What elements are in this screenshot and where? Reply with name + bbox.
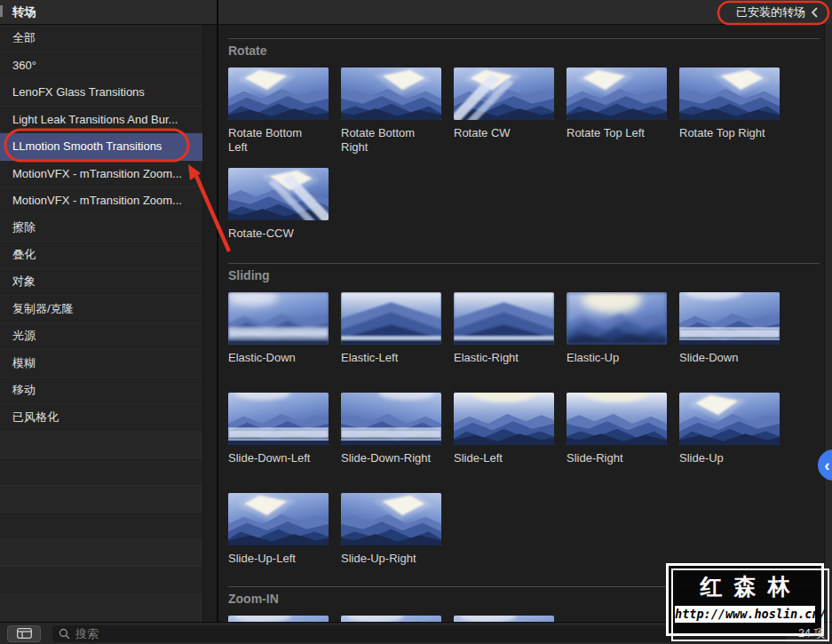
sidebar-item[interactable]: 复制器/克隆 [0, 296, 202, 323]
category-list: 全部360°LenoFX Glass TransitionsLight Leak… [0, 25, 202, 622]
section-title: Rotate [228, 44, 820, 58]
installed-transitions-popup[interactable]: 已安装的转场 [736, 4, 805, 20]
transition-thumbnail[interactable] [454, 292, 554, 345]
transition-item: Slide-Down-Left [228, 393, 329, 493]
transition-item: Slide-Up [679, 393, 780, 493]
transition-label: Rotate-CCW [228, 227, 329, 241]
sidebar-empty-row [0, 594, 202, 622]
sidebar-empty-row [0, 486, 202, 513]
watermark-title: 红森林 [669, 572, 821, 601]
transition-thumbnail[interactable] [679, 68, 780, 120]
sidebar-item[interactable]: 360° [0, 52, 202, 80]
transition-item: Slide-Down-Right [341, 393, 441, 493]
transition-item: Elastic-Down [228, 292, 329, 393]
sidebar-empty-row [0, 567, 202, 594]
transitions-browser: 转场 已安装的转场 全部360°LenoFX Glass Transitions… [0, 0, 832, 644]
transition-label: Slide-Down-Left [228, 451, 329, 465]
transition-thumbnail[interactable] [454, 616, 554, 622]
transition-label: Slide-Up-Right [341, 552, 441, 566]
sidebar-empty-row [0, 432, 202, 459]
transitions-grid-area: RotateRotate Bottom LeftRotate Bottom Ri… [218, 25, 832, 622]
transition-label: Rotate Bottom Left [228, 126, 329, 154]
sidebar-header: 转场 [0, 0, 218, 24]
transition-item: Slide-Up-Left [228, 493, 329, 593]
transition-grid: Elastic-DownElastic-LeftElastic-RightEla… [228, 292, 820, 593]
sidebar-item[interactable]: 已风格化 [0, 404, 202, 432]
sidebar-item[interactable]: 全部 [0, 25, 202, 52]
section-rotate: RotateRotate Bottom LeftRotate Bottom Ri… [228, 38, 820, 268]
toolbar-right: 已安装的转场 [218, 0, 832, 24]
transition-label: Elastic-Left [341, 351, 441, 365]
transition-item: Rotate Top Right [679, 68, 780, 168]
transition-thumbnail[interactable] [228, 616, 329, 622]
transition-label: Slide-Down [679, 351, 780, 365]
panel-title: 转场 [12, 4, 36, 20]
sidebar-item[interactable]: LLmotion Smooth Transitions [0, 133, 202, 161]
transition-thumbnail[interactable] [228, 68, 329, 120]
transition-thumbnail[interactable] [228, 168, 329, 220]
sidebar-toggle-button[interactable] [7, 625, 41, 642]
popup-chevron-icon[interactable] [811, 7, 818, 18]
transition-thumbnail[interactable] [454, 393, 554, 445]
transition-item: Elastic-Right [454, 292, 554, 393]
transition-label: Rotate Bottom Right [341, 126, 441, 154]
section-sliding: SlidingElastic-DownElastic-LeftElastic-R… [228, 263, 820, 593]
chevron-left-icon: ‹ [824, 456, 829, 475]
transition-label: Elastic-Down [228, 351, 329, 365]
sidebar-item[interactable]: LenoFX Glass Transitions [0, 79, 202, 107]
transition-thumbnail[interactable] [228, 292, 329, 345]
transition-thumbnail[interactable] [679, 393, 780, 445]
transition-grid: Rotate Bottom LeftRotate Bottom RightRot… [228, 68, 820, 268]
transition-thumbnail[interactable] [341, 616, 441, 622]
transition-item [228, 616, 329, 622]
transition-label: Slide-Up [679, 451, 780, 465]
sidebar-item[interactable]: 光源 [0, 323, 202, 351]
transition-label: Slide-Down-Right [341, 451, 441, 465]
sidebar-empty-row [0, 458, 202, 486]
transition-thumbnail[interactable] [679, 292, 780, 345]
section-divider [228, 38, 820, 39]
sidebar-item[interactable]: 移动 [0, 378, 202, 405]
transition-thumbnail[interactable] [454, 68, 554, 120]
watermark-url: http://www.hoslin.cn/ [675, 606, 815, 623]
transition-thumbnail[interactable] [567, 393, 667, 445]
sidebar-empty-row [0, 513, 202, 540]
sidebar-item[interactable]: 模糊 [0, 350, 202, 378]
sidebar-item[interactable]: 叠化 [0, 242, 202, 269]
transition-thumbnail[interactable] [341, 68, 441, 120]
category-sidebar: 全部360°LenoFX Glass TransitionsLight Leak… [0, 25, 218, 622]
transition-thumbnail[interactable] [341, 393, 441, 445]
transition-thumbnail[interactable] [341, 292, 441, 345]
sidebar-item[interactable]: Light Leak Transitions And Bur... [0, 107, 202, 134]
transition-label: Rotate CW [454, 126, 554, 140]
transition-thumbnail[interactable] [228, 393, 329, 445]
transition-label: Elastic-Up [567, 351, 667, 365]
sidebar-item[interactable]: 擦除 [0, 215, 202, 242]
sidebar-item[interactable]: MotionVFX - mTransition Zoom... [0, 187, 202, 215]
sidebar-scroll-gutter[interactable] [202, 25, 217, 622]
transition-item: Slide-Left [454, 393, 554, 493]
transition-label: Elastic-Right [454, 351, 554, 365]
transition-item: Rotate CW [454, 68, 554, 168]
sidebar-item[interactable]: 对象 [0, 269, 202, 297]
transition-label: Rotate Top Right [679, 126, 780, 140]
browser-toolbar: 转场 已安装的转场 [0, 0, 832, 25]
transition-item: Rotate Bottom Right [341, 68, 441, 168]
transition-label: Slide-Left [454, 451, 554, 465]
section-title: Sliding [228, 268, 820, 282]
transition-item: Slide-Up-Right [341, 493, 441, 593]
transition-thumbnail[interactable] [341, 493, 441, 545]
transition-thumbnail[interactable] [567, 68, 667, 120]
partial-edge-glyph [0, 5, 3, 17]
transition-item: Elastic-Up [567, 292, 667, 393]
item-count: 24 项 [798, 626, 832, 641]
transition-item: Slide-Right [567, 393, 667, 493]
sidebar-item[interactable]: MotionVFX - mTransition Zoom... [0, 161, 202, 188]
transition-label: Rotate Top Left [567, 126, 667, 140]
transition-item [341, 616, 441, 622]
transition-thumbnail[interactable] [228, 493, 329, 545]
transition-label: Slide-Up-Left [228, 552, 329, 566]
scrollbar-track[interactable] [824, 24, 832, 622]
transition-item: Elastic-Left [341, 292, 441, 393]
transition-thumbnail[interactable] [567, 292, 667, 345]
